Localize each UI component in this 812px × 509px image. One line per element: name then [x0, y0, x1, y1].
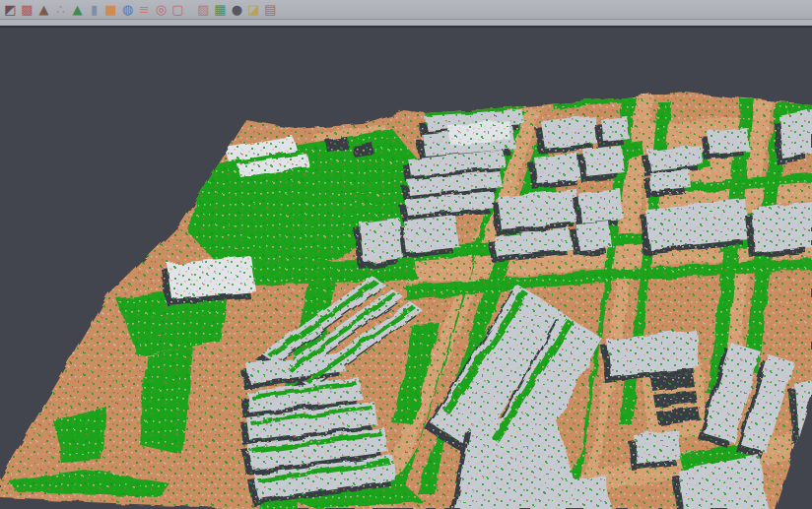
dem-icon[interactable]: ▲ [70, 2, 85, 17]
dark-globe-icon[interactable]: ● [230, 2, 244, 17]
globe-view-icon[interactable]: ◍ [120, 2, 135, 17]
terrain-model-icon[interactable]: ▲ [36, 2, 51, 17]
classification-icon[interactable]: ▦ [213, 2, 228, 17]
orthomosaic-icon[interactable]: ▨ [196, 2, 211, 17]
textured-model-icon[interactable]: ■ [103, 2, 118, 17]
measure-bars-icon[interactable]: ▤ [263, 2, 278, 17]
toolbar-lower-band [0, 19, 812, 26]
mesh-model-icon[interactable]: ▮ [87, 2, 102, 17]
layers-icon[interactable]: ≡ [137, 2, 152, 17]
point-cloud-icon[interactable]: ∴ [53, 2, 68, 17]
point-speckle-overlay [0, 28, 812, 509]
3d-viewport[interactable] [0, 28, 812, 509]
application-window: { "toolbar": { "group_break_index": 11, … [0, 0, 812, 509]
point-cloud-scene [0, 28, 812, 509]
toolbar-icons: ◩▩▲∴▲▮■◍≡◎▢▨▦●◪▤ [2, 2, 279, 17]
marker-flag-icon[interactable]: ◪ [246, 2, 261, 17]
main-toolbar: ◩▩▲∴▲▮■◍≡◎▢▨▦●◪▤ [0, 0, 812, 19]
rectangle-select-icon[interactable]: ▩ [20, 2, 34, 17]
circle-tool-icon[interactable]: ◎ [154, 2, 169, 17]
navigation-mode-icon[interactable]: ◩ [3, 2, 18, 17]
crop-region-icon[interactable]: ▢ [170, 2, 185, 17]
